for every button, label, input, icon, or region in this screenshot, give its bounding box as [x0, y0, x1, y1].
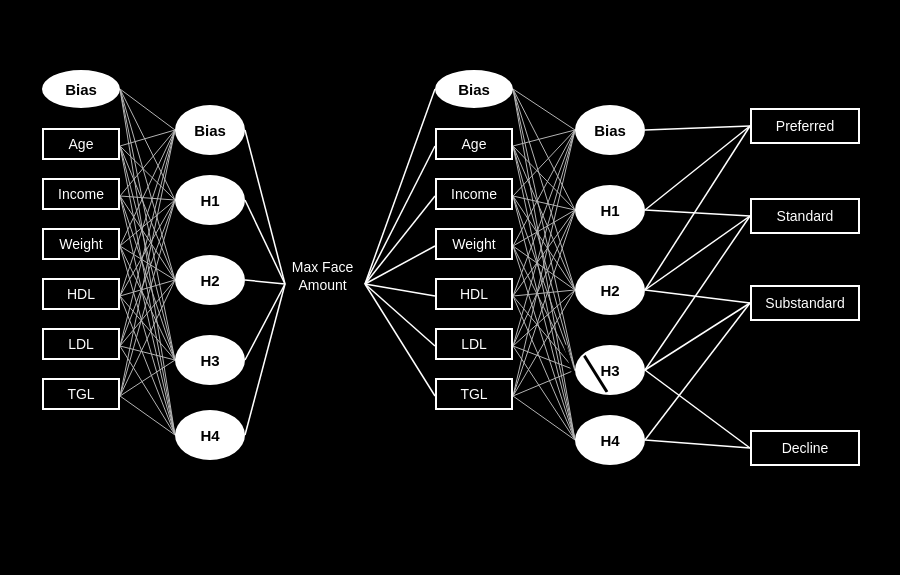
svg-line-23 — [120, 296, 175, 360]
svg-line-50 — [513, 89, 575, 370]
svg-line-54 — [513, 146, 575, 290]
svg-line-74 — [513, 290, 575, 346]
svg-line-60 — [513, 196, 575, 370]
svg-line-2 — [120, 89, 175, 280]
svg-line-39 — [245, 284, 285, 435]
svg-line-29 — [120, 346, 175, 435]
svg-line-28 — [120, 346, 175, 360]
svg-line-15 — [120, 130, 175, 246]
svg-line-65 — [513, 246, 575, 370]
svg-line-70 — [513, 296, 575, 370]
svg-line-81 — [513, 396, 575, 440]
svg-line-6 — [120, 146, 175, 200]
svg-line-85 — [645, 126, 750, 290]
svg-line-73 — [513, 210, 575, 346]
substandard-output-node: Substandard — [750, 285, 860, 321]
svg-line-4 — [120, 89, 175, 435]
svg-line-80 — [513, 370, 575, 396]
svg-line-7 — [120, 146, 175, 280]
svg-line-75 — [513, 346, 575, 370]
svg-line-61 — [513, 196, 575, 440]
svg-line-43 — [365, 246, 435, 284]
svg-line-82 — [645, 126, 750, 130]
svg-line-92 — [645, 440, 750, 448]
svg-line-46 — [365, 284, 435, 396]
standard-output-node: Standard — [750, 198, 860, 234]
max-face-amount-label: Max Face Amount — [280, 258, 365, 294]
svg-line-45 — [365, 284, 435, 346]
ldl-input-node: LDL — [42, 328, 120, 360]
svg-line-36 — [245, 200, 285, 284]
svg-line-25 — [120, 130, 175, 346]
age-input-node: Age — [42, 128, 120, 160]
svg-line-91 — [645, 303, 750, 440]
svg-line-62 — [513, 130, 575, 246]
svg-line-24 — [120, 296, 175, 435]
svg-line-0 — [120, 89, 175, 130]
svg-line-34 — [120, 396, 175, 435]
h3b-node: H3 — [575, 345, 645, 395]
h2-node: H2 — [175, 255, 245, 305]
svg-line-76 — [513, 346, 575, 440]
bias2-input-node: Bias — [435, 70, 513, 108]
tgl2-input-node: TGL — [435, 378, 513, 410]
svg-line-31 — [120, 200, 175, 396]
svg-line-90 — [645, 370, 750, 448]
svg-line-51 — [513, 89, 575, 440]
svg-line-44 — [365, 284, 435, 296]
svg-line-12 — [120, 196, 175, 280]
svg-line-21 — [120, 200, 175, 296]
tgl-input-node: TGL — [42, 378, 120, 410]
svg-line-66 — [513, 246, 575, 440]
hdl2-input-node: HDL — [435, 278, 513, 310]
svg-line-47 — [513, 89, 575, 130]
diagram-container: Bias Age Income Weight HDL LDL TGL Bias … — [0, 0, 900, 575]
svg-line-13 — [120, 196, 175, 360]
svg-line-40 — [365, 89, 435, 284]
preferred-output-node: Preferred — [750, 108, 860, 144]
svg-line-63 — [513, 210, 575, 246]
h2b-node: H2 — [575, 265, 645, 315]
svg-line-38 — [245, 284, 285, 360]
svg-line-69 — [513, 290, 575, 296]
svg-line-84 — [645, 210, 750, 216]
bias-input-node: Bias — [42, 70, 120, 108]
h4-node: H4 — [175, 410, 245, 460]
svg-line-26 — [120, 200, 175, 346]
svg-line-35 — [245, 130, 285, 284]
svg-line-83 — [645, 126, 750, 210]
svg-line-27 — [120, 280, 175, 346]
svg-line-94 — [582, 352, 607, 392]
svg-line-57 — [513, 130, 575, 196]
svg-line-1 — [120, 89, 175, 200]
svg-line-37 — [245, 280, 285, 284]
h1b-node: H1 — [575, 185, 645, 235]
svg-line-33 — [120, 360, 175, 396]
svg-line-59 — [513, 196, 575, 290]
h3-node: H3 — [175, 335, 245, 385]
svg-line-30 — [120, 130, 175, 396]
svg-line-67 — [513, 130, 575, 296]
svg-line-10 — [120, 130, 175, 196]
weight-input-node: Weight — [42, 228, 120, 260]
decline-output-node: Decline — [750, 430, 860, 466]
svg-line-86 — [645, 216, 750, 290]
svg-line-17 — [120, 246, 175, 280]
svg-line-79 — [513, 290, 575, 396]
svg-line-49 — [513, 89, 575, 290]
svg-line-53 — [513, 146, 575, 210]
svg-line-18 — [120, 246, 175, 360]
svg-line-77 — [513, 130, 575, 396]
hidden2-bias-node: Bias — [575, 105, 645, 155]
h1-node: H1 — [175, 175, 245, 225]
svg-line-20 — [120, 130, 175, 296]
svg-line-55 — [513, 146, 575, 370]
svg-line-68 — [513, 210, 575, 296]
svg-line-19 — [120, 246, 175, 435]
age2-input-node: Age — [435, 128, 513, 160]
weight2-input-node: Weight — [435, 228, 513, 260]
svg-line-87 — [645, 290, 750, 303]
svg-line-32 — [120, 280, 175, 396]
svg-line-78 — [513, 210, 575, 396]
svg-line-52 — [513, 130, 575, 146]
